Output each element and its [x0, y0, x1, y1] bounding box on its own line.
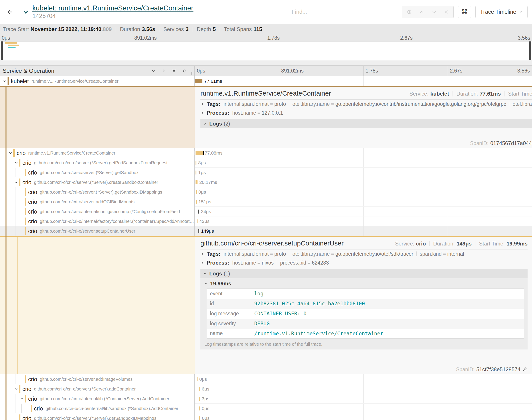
span-timeline-cell[interactable]: 0μs: [195, 374, 532, 384]
logs-accordion[interactable]: Logs (2): [200, 119, 532, 128]
span-timeline-cell[interactable]: 0μs: [195, 413, 532, 420]
minimap-left-scrubber[interactable]: [1, 42, 3, 60]
span-duration-bar[interactable]: [196, 190, 197, 194]
keyboard-shortcuts-button[interactable]: ⌘: [458, 6, 471, 18]
span-duration-bar[interactable]: [196, 200, 197, 204]
span-timeline-cell[interactable]: 3μs: [195, 394, 532, 404]
span-timeline-cell[interactable]: 151μs: [195, 197, 532, 207]
span-duration-bar[interactable]: [199, 406, 200, 410]
expand-all-icon[interactable]: [182, 68, 187, 74]
minimap-span-bar: [8, 47, 16, 48]
span-timeline-cell[interactable]: 0μs: [195, 404, 532, 413]
span-duration-bar[interactable]: [196, 170, 196, 175]
span-timeline-cell[interactable]: 77.61ms: [195, 76, 532, 86]
span-duration-bar[interactable]: [195, 79, 203, 83]
span-name-cell[interactable]: criogithub.com/cri-o/cri-o/internal/lib.…: [0, 394, 195, 404]
span-row[interactable]: criogithub.com/cri-o/cri-o/internal/lib.…: [0, 394, 532, 404]
expand-one-icon[interactable]: [161, 68, 166, 74]
span-name-cell[interactable]: crioruntime.v1.RuntimeService/CreateCont…: [0, 148, 195, 158]
span-row[interactable]: criogithub.com/cri-o/cri-o/server.setupC…: [0, 226, 532, 236]
span-duration-bar[interactable]: [197, 377, 198, 381]
span-duration-bar[interactable]: [196, 180, 198, 184]
span-duration-bar[interactable]: [198, 229, 199, 233]
column-resize-grip[interactable]: [191, 72, 193, 75]
span-name-cell[interactable]: criogithub.com/cri-o/cri-o/server.(*Serv…: [0, 413, 195, 420]
span-name-cell[interactable]: criogithub.com/cri-o/cri-o/internal/fact…: [0, 216, 195, 226]
trace-header-collapse-toggle[interactable]: [20, 9, 31, 15]
service-name: crio: [28, 396, 37, 402]
span-timeline-cell[interactable]: 0μs: [195, 187, 532, 197]
span-row[interactable]: criogithub.com/cri-o/cri-o/server.(*Serv…: [0, 158, 532, 168]
minimap-right-scrubber[interactable]: [529, 42, 531, 60]
span-name-cell[interactable]: criogithub.com/cri-o/cri-o/server.(*Serv…: [0, 158, 195, 168]
span-duration-bar[interactable]: [199, 387, 200, 391]
span-duration-bar[interactable]: [199, 416, 200, 420]
span-timeline-cell[interactable]: 8μs: [195, 158, 532, 168]
span-timeline-cell[interactable]: 149μs: [195, 226, 532, 236]
process-accordion[interactable]: Process: host.name=nixosprocess.pid=6242…: [200, 258, 528, 267]
trace-minimap[interactable]: [1, 41, 531, 60]
span-name-cell[interactable]: criogithub.com/cri-o/cri-o/server.(*Serv…: [0, 177, 195, 187]
row-collapse-icon[interactable]: [8, 151, 13, 155]
span-row[interactable]: criogithub.com/cri-o/cri-o/server.addIma…: [0, 374, 532, 384]
deep-link-icon[interactable]: [522, 367, 528, 372]
span-row[interactable]: kubeletruntime.v1.RuntimeService/CreateC…: [0, 76, 532, 86]
process-accordion[interactable]: Process: host.name=127.0.0.1: [200, 108, 532, 117]
span-row[interactable]: criogithub.com/cri-o/cri-o/server.addOCI…: [0, 197, 532, 207]
span-row[interactable]: criogithub.com/cri-o/cri-o/server.(*Serv…: [0, 177, 532, 187]
span-timeline-cell[interactable]: 24μs: [195, 207, 532, 216]
duration-value: 77.61ms: [480, 91, 501, 97]
span-name-cell[interactable]: criogithub.com/cri-o/cri-o/server.(*Serv…: [0, 187, 195, 197]
span-duration-bar[interactable]: [196, 161, 196, 165]
tags-accordion[interactable]: Tags: internal.span.format=protootel.lib…: [200, 100, 532, 108]
span-timeline-cell[interactable]: 77.08ms: [195, 148, 532, 158]
span-duration-label: 77.08ms: [205, 150, 223, 156]
back-button[interactable]: [0, 0, 20, 24]
prev-result-icon[interactable]: [419, 9, 424, 15]
span-name-cell[interactable]: criogithub.com/cri-o/cri-o/server.(*Serv…: [0, 384, 195, 394]
row-collapse-icon[interactable]: [13, 180, 19, 184]
span-timeline-cell[interactable]: 1μs: [195, 168, 532, 177]
span-duration-bar[interactable]: [196, 151, 203, 155]
locate-icon[interactable]: [406, 9, 412, 15]
row-collapse-icon[interactable]: [19, 396, 25, 401]
span-timeline-cell[interactable]: 20.17ms: [195, 177, 532, 187]
span-row[interactable]: criogithub.com/cri-o/cri-o/server.(*Serv…: [0, 413, 532, 420]
span-row[interactable]: criogithub.com/cri-o/cri-o/server.(*Serv…: [0, 187, 532, 197]
detail-span-title: github.com/cri-o/cri-o/server.setupConta…: [200, 240, 344, 247]
span-timeline-cell[interactable]: 43μs: [195, 216, 532, 226]
log-entry-accordion[interactable]: 19.99ms: [201, 279, 525, 288]
span-name-cell[interactable]: criogithub.com/cri-o/cri-o/server.addIma…: [0, 374, 195, 384]
collapse-all-icon[interactable]: [171, 68, 177, 74]
span-duration-bar[interactable]: [197, 219, 198, 223]
span-row[interactable]: crioruntime.v1.RuntimeService/CreateCont…: [0, 148, 532, 158]
row-collapse-icon[interactable]: [2, 79, 8, 83]
span-row[interactable]: criogithub.com/cri-o/cri-o/internal/conf…: [0, 207, 532, 216]
process-label: Process:: [207, 260, 229, 266]
span-name-cell[interactable]: criogithub.com/cri-o/cri-o/server.(*Serv…: [0, 168, 195, 177]
service-value: kubelet: [430, 91, 449, 97]
row-collapse-icon[interactable]: [13, 161, 19, 165]
collapse-one-icon[interactable]: [151, 68, 156, 74]
view-selector-button[interactable]: Trace Timeline: [475, 6, 528, 18]
trace-title-link[interactable]: kubelet: runtime.v1.RuntimeService/Creat…: [32, 4, 193, 12]
span-name-cell[interactable]: kubeletruntime.v1.RuntimeService/CreateC…: [0, 76, 195, 86]
next-result-icon[interactable]: [431, 9, 437, 15]
span-name-cell[interactable]: criogithub.com/cri-o/cri-o/internal/conf…: [0, 207, 195, 216]
span-row[interactable]: criogithub.com/cri-o/cri-o/internal/lib/…: [0, 404, 532, 413]
clear-search-icon[interactable]: [444, 9, 449, 15]
span-row[interactable]: criogithub.com/cri-o/cri-o/server.(*Serv…: [0, 384, 532, 394]
find-input[interactable]: [288, 6, 402, 18]
span-name-cell[interactable]: criogithub.com/cri-o/cri-o/server.addOCI…: [0, 197, 195, 207]
span-name-cell[interactable]: criogithub.com/cri-o/cri-o/server.setupC…: [0, 226, 195, 236]
tags-accordion[interactable]: Tags: internal.span.format=protootel.lib…: [200, 250, 528, 258]
span-name-cell[interactable]: criogithub.com/cri-o/cri-o/internal/lib/…: [0, 404, 195, 413]
span-row[interactable]: criogithub.com/cri-o/cri-o/server.(*Serv…: [0, 168, 532, 177]
logs-accordion[interactable]: Logs (1): [200, 269, 528, 278]
service-name: crio: [28, 169, 37, 176]
span-duration-bar[interactable]: [199, 397, 200, 401]
span-row[interactable]: criogithub.com/cri-o/cri-o/internal/fact…: [0, 216, 532, 226]
span-duration-bar[interactable]: [198, 210, 199, 213]
row-collapse-icon[interactable]: [13, 387, 19, 391]
span-timeline-cell[interactable]: 6μs: [195, 384, 532, 394]
